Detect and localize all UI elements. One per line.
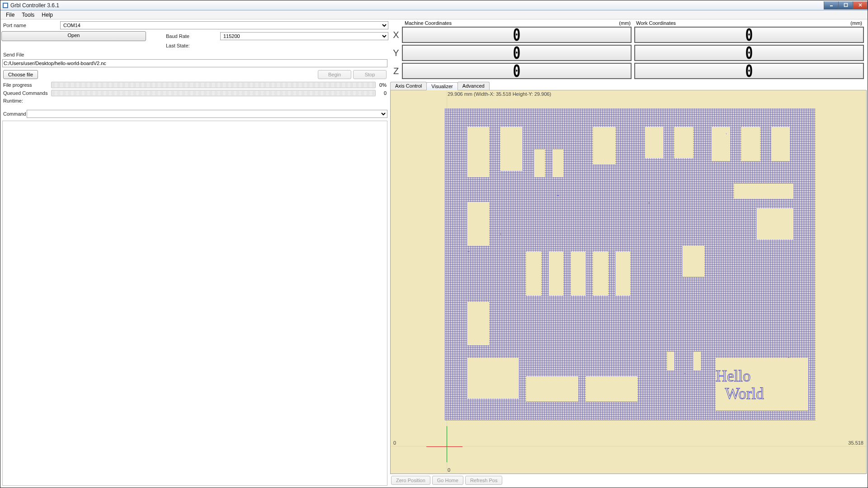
file-progress-label: File progress [1, 82, 51, 88]
origin-marker [444, 444, 449, 449]
last-state-label: Last State: [166, 43, 220, 48]
visualizer-footer: Zero Position Go Home Refresh Pos [390, 474, 867, 487]
window-maximize-button[interactable] [838, 1, 853, 9]
svg-text:World: World [725, 385, 764, 403]
menu-file[interactable]: File [2, 11, 18, 19]
work-coords-label: Work Coordinates [636, 20, 676, 26]
svg-text:Hello: Hello [716, 367, 750, 385]
command-input[interactable] [27, 110, 387, 118]
toolpath-preview: Hello World [445, 108, 816, 420]
command-label: Command [1, 111, 27, 117]
send-file-label: Send File [1, 52, 388, 57]
work-coords-unit: (mm) [850, 20, 862, 26]
tab-advanced[interactable]: Advanced [458, 82, 490, 90]
left-panel: Port name COM14 Open Baud Rate 115200 La… [1, 20, 388, 487]
app-window: Grbl Controller 3.6.1 File Tools Help Po… [0, 0, 868, 488]
coord-row-y: Y 0 0 [390, 45, 867, 61]
right-panel: Machine Coordinates (mm) Work Coordinate… [390, 20, 867, 487]
port-name-label: Port name [1, 23, 60, 28]
svg-rect-3 [844, 4, 847, 7]
refresh-pos-button[interactable]: Refresh Pos [465, 476, 503, 485]
queued-commands-bar [51, 90, 376, 96]
menu-tools[interactable]: Tools [18, 11, 38, 19]
machine-coords-label: Machine Coordinates [405, 20, 452, 26]
file-progress-bar [51, 82, 376, 88]
work-coord-y: 0 [634, 45, 864, 61]
svg-rect-1 [4, 4, 7, 7]
choose-file-button[interactable]: Choose file [3, 70, 38, 79]
zero-position-button[interactable]: Zero Position [391, 476, 430, 485]
file-progress-pct: 0% [376, 82, 388, 88]
coord-row-x: X 0 0 [390, 27, 867, 43]
console-output[interactable] [2, 121, 387, 486]
work-coord-z: 0 [634, 63, 864, 79]
coord-header: Machine Coordinates (mm) Work Coordinate… [390, 20, 867, 26]
baud-rate-select[interactable]: 115200 [220, 32, 388, 40]
title-bar: Grbl Controller 3.6.1 [0, 0, 868, 10]
machine-coord-z: 0 [402, 63, 632, 79]
baud-rate-label: Baud Rate [166, 33, 220, 39]
queued-commands-label: Queued Commands [1, 90, 51, 96]
open-port-button[interactable]: Open [1, 31, 146, 41]
axis-x-zero: 0 [448, 467, 450, 473]
menu-bar: File Tools Help [0, 10, 868, 19]
machine-coord-x: 0 [402, 27, 632, 43]
axis-x-max: 35.518 [848, 440, 863, 446]
app-icon [2, 2, 9, 9]
window-close-button[interactable] [853, 1, 868, 9]
window-title: Grbl Controller 3.6.1 [10, 2, 59, 9]
runtime-label: Runtime: [1, 98, 51, 103]
coord-row-z: Z 0 0 [390, 63, 867, 79]
window-minimize-button[interactable] [824, 1, 839, 9]
go-home-button[interactable]: Go Home [432, 476, 463, 485]
axis-label-y: Y [390, 48, 402, 58]
view-tabs: Axis Control Visualizer Advanced [390, 82, 867, 90]
machine-coords-unit: (mm) [619, 20, 631, 26]
visualizer-canvas[interactable]: 29.906 mm (Width-X: 35.518 Height-Y: 29.… [390, 90, 867, 474]
axis-label-x: X [390, 30, 402, 40]
port-name-select[interactable]: COM14 [60, 21, 388, 29]
tab-visualizer[interactable]: Visualizer [426, 82, 458, 90]
file-path-input[interactable] [2, 59, 387, 67]
tab-axis-control[interactable]: Axis Control [390, 82, 427, 90]
axis-label-z: Z [390, 66, 402, 76]
work-coord-x: 0 [634, 27, 864, 43]
stop-button[interactable]: Stop [353, 70, 387, 79]
menu-help[interactable]: Help [38, 11, 57, 19]
axis-y-zero: 0 [393, 440, 396, 446]
begin-button[interactable]: Begin [318, 70, 351, 79]
queued-commands-count: 0 [376, 90, 388, 96]
visualizer-dimensions: 29.906 mm (Width-X: 35.518 Height-Y: 29.… [448, 91, 551, 97]
machine-coord-y: 0 [402, 45, 632, 61]
